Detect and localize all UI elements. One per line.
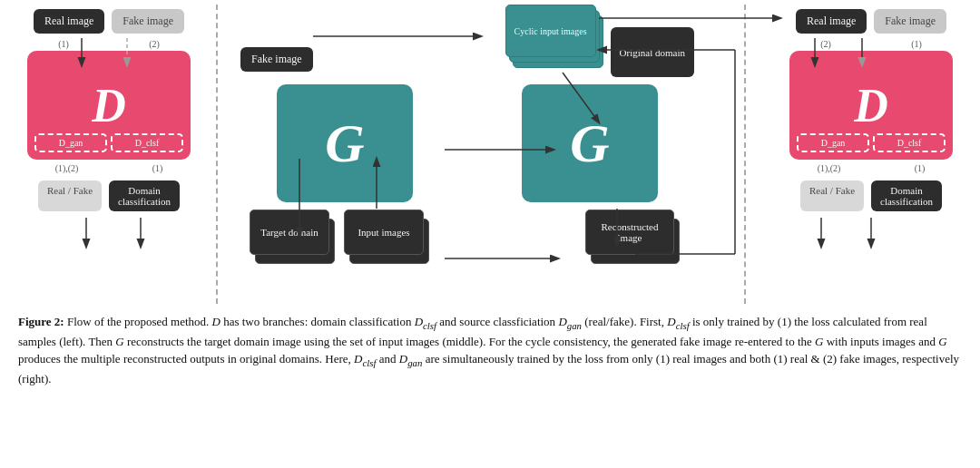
left-annot-1: (1) — [58, 39, 69, 49]
diagram-container: Real image Fake image (1) (2) D D_gan D_… — [0, 0, 980, 308]
middle-bottom-row: Target domain Input images Reconstructed… — [231, 210, 703, 273]
right-G-letter: G — [570, 112, 609, 175]
cyclic-stack: Cyclic input images — [505, 5, 605, 77]
cyclic-layer-1: Cyclic input images — [505, 5, 596, 57]
left-G-letter: G — [325, 112, 364, 175]
left-domain-class-box: Domainclassification — [109, 180, 180, 211]
right-section: Real image Fake image (2) (1) D D_gan D_… — [780, 9, 962, 211]
target-layer-1: Target domain — [250, 210, 329, 255]
input-layer-1: Input images — [344, 210, 424, 255]
right-domain-class-box: Domainclassification — [871, 180, 942, 211]
left-out-annot: (1),(2) (1) — [18, 163, 200, 173]
left-output-row: Real / Fake Domainclassification — [18, 180, 200, 211]
left-top-boxes: Real image Fake image — [18, 9, 200, 34]
right-Dclsf-box: D_clsf — [873, 133, 946, 152]
left-D-box: D D_gan D_clsf — [27, 51, 191, 160]
middle-fake-area: Fake image — [240, 47, 313, 77]
left-annot-2: (2) — [149, 39, 160, 49]
right-annot-row: (2) (1) — [780, 39, 962, 49]
right-top-boxes: Real image Fake image — [780, 9, 962, 34]
input-stack: Input images — [344, 210, 435, 273]
right-out-annot-1: (1),(2) — [818, 163, 841, 173]
divider-left — [216, 5, 218, 304]
middle-top-stacks: Cyclic input images Original domain — [505, 5, 694, 77]
left-sub-boxes: D_gan D_clsf — [34, 133, 183, 152]
right-Dgan-box: D_gan — [797, 133, 869, 152]
left-G-box: G — [277, 84, 413, 202]
divider-right — [744, 5, 746, 304]
middle-section: Fake image Cyclic input images Original … — [231, 0, 703, 273]
middle-top-row: Fake image Cyclic input images Original … — [231, 5, 703, 77]
original-domain-box: Original domain — [611, 27, 694, 77]
target-stack: Target domain — [250, 210, 340, 273]
bottom-left-stacks: Target domain Input images — [250, 210, 435, 273]
recon-layer-1: Reconstructed image — [585, 210, 674, 255]
right-annot-1: (2) — [820, 39, 831, 49]
caption-text: Figure 2: Flow of the proposed method. D… — [18, 315, 959, 385]
right-D-box: D D_gan D_clsf — [789, 51, 953, 160]
left-section: Real image Fake image (1) (2) D D_gan D_… — [18, 9, 200, 211]
right-out-annot: (1),(2) (1) — [780, 163, 962, 173]
right-sub-boxes: D_gan D_clsf — [797, 133, 946, 152]
right-out-annot-2: (1) — [915, 163, 926, 173]
left-annot-row: (1) (2) — [18, 39, 200, 49]
figure-caption: Figure 2: Flow of the proposed method. D… — [18, 313, 962, 388]
left-out-annot-2: (1) — [152, 163, 163, 173]
middle-g-row: G G — [231, 84, 703, 202]
reconstructed-stack: Reconstructed image — [585, 210, 685, 273]
right-output-row: Real / Fake Domainclassification — [780, 180, 962, 211]
right-fake-image-box: Fake image — [874, 9, 946, 34]
right-G-box: G — [522, 84, 658, 202]
left-real-image-box: Real image — [34, 9, 104, 34]
left-Dclsf-box: D_clsf — [111, 133, 183, 152]
left-out-annot-1: (1),(2) — [55, 163, 79, 173]
right-real-fake-box: Real / Fake — [800, 180, 864, 211]
right-real-image-box: Real image — [796, 9, 867, 34]
right-annot-2: (1) — [911, 39, 922, 49]
left-D-letter: D — [92, 79, 126, 132]
right-D-letter: D — [854, 79, 888, 132]
middle-fake-image-box: Fake image — [240, 47, 313, 72]
left-Dgan-box: D_gan — [34, 133, 107, 152]
left-fake-image-box: Fake image — [112, 9, 184, 34]
left-real-fake-box: Real / Fake — [38, 180, 102, 211]
